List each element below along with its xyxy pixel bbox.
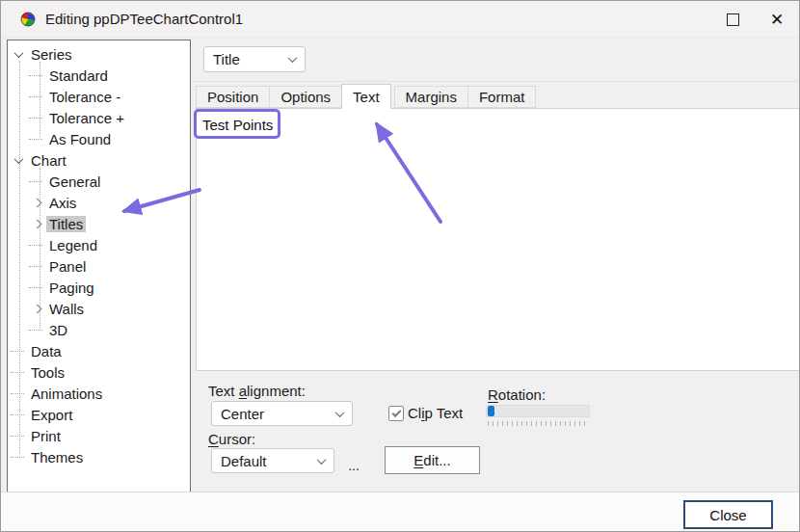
title-selector-value: Title	[213, 51, 240, 67]
tree-item-label: Walls	[49, 301, 84, 317]
tree-item-tolerance-plus[interactable]: Tolerance +	[8, 107, 190, 128]
tree-item-titles[interactable]: Titles	[8, 213, 190, 234]
tree-item-animations[interactable]: Animations	[8, 383, 190, 404]
text-tab-controls: Text alignment: Center Clip Text Rotatio…	[194, 371, 800, 491]
tree-item-label: General	[49, 173, 100, 190]
chevron-down-icon[interactable]	[11, 157, 27, 164]
chevron-down-icon	[288, 53, 298, 63]
tab-position[interactable]: Position	[196, 86, 270, 108]
tree-item-label: Animations	[31, 386, 102, 402]
tab-margins[interactable]: Margins	[394, 86, 468, 108]
tree-item-label: Tools	[31, 364, 65, 381]
cursor-more-button[interactable]: ...	[344, 448, 363, 473]
titlebar: Editing ppDPTeeChartControl1 ✕	[1, 1, 799, 38]
tab-text[interactable]: Text	[341, 84, 391, 109]
footer-bar: Close	[1, 492, 799, 532]
tree-item-standard[interactable]: Standard	[8, 65, 190, 86]
rotation-slider-thumb[interactable]	[488, 406, 494, 416]
title-text-value: Test Points	[202, 117, 273, 133]
chevron-down-icon	[317, 455, 327, 465]
tree-item-label: Legend	[49, 237, 97, 253]
tree-item-label: Titles	[46, 216, 86, 232]
tree-item-axis[interactable]: Axis	[8, 192, 190, 213]
maximize-button[interactable]	[710, 1, 755, 38]
chevron-right-icon[interactable]	[29, 221, 45, 227]
tree-item-tools[interactable]: Tools	[8, 361, 190, 383]
chevron-down-icon[interactable]	[11, 51, 27, 58]
tree-item-label: 3D	[49, 322, 67, 338]
tree-item-themes[interactable]: Themes	[8, 446, 190, 467]
tree-item-series[interactable]: Series	[8, 43, 190, 65]
tree-item-label: Tolerance +	[49, 110, 124, 126]
tree-item-tolerance-minus[interactable]: Tolerance -	[8, 86, 190, 107]
tab-format[interactable]: Format	[467, 86, 537, 108]
clip-text-label: Clip Text	[408, 405, 463, 421]
close-icon: ✕	[770, 12, 784, 28]
cursor-value: Default	[221, 453, 267, 469]
title-selector-row: Title	[194, 39, 800, 82]
tree-item-chart[interactable]: Chart	[8, 149, 190, 171]
text-alignment-label: Text alignment:	[208, 383, 306, 399]
close-button[interactable]: Close	[683, 500, 773, 529]
tree-item-label: Paging	[49, 279, 94, 296]
tree-item-label: Axis	[49, 195, 76, 211]
tree-item-data[interactable]: Data	[8, 340, 190, 361]
tree-item-label: Chart	[31, 152, 67, 169]
tree-item-label: Print	[31, 428, 61, 444]
tree-item-label: Series	[31, 46, 72, 63]
tree-item-panel[interactable]: Panel	[8, 255, 190, 277]
maximize-icon	[727, 13, 739, 26]
tree-item-label: Export	[31, 407, 72, 423]
tree-item-label: Standard	[49, 67, 108, 84]
tree-item-label: Data	[31, 343, 62, 359]
chart-editor-tree: Series Standard Tolerance - Tolerance + …	[7, 40, 191, 492]
chevron-right-icon[interactable]	[29, 306, 45, 312]
tree-item-as-found[interactable]: As Found	[8, 128, 190, 149]
tree-item-walls[interactable]: Walls	[8, 298, 190, 319]
checkmark-icon	[391, 408, 401, 417]
tree-item-3d[interactable]: 3D	[8, 319, 190, 340]
edit-button[interactable]: Edit...	[385, 446, 480, 474]
tree-item-label: Themes	[31, 449, 83, 466]
text-alignment-value: Center	[221, 406, 264, 422]
rotation-label: Rotation:	[488, 386, 546, 403]
cursor-label: Cursor:	[208, 431, 255, 447]
tree-item-label: Tolerance -	[49, 89, 120, 105]
window-title: Editing ppDPTeeChartControl1	[45, 11, 243, 27]
tree-item-paging[interactable]: Paging	[8, 277, 190, 298]
chevron-right-icon[interactable]	[29, 200, 45, 206]
chevron-down-icon	[335, 408, 345, 417]
cursor-select[interactable]: Default	[211, 448, 334, 473]
tab-bar: Position Options Text Margins Format	[196, 84, 800, 108]
clip-text-checkbox[interactable]	[388, 406, 404, 421]
tree-item-general[interactable]: General	[8, 171, 190, 192]
tree-item-legend[interactable]: Legend	[8, 234, 190, 255]
tree-item-label: As Found	[49, 131, 111, 147]
text-alignment-select[interactable]: Center	[211, 401, 353, 426]
tree-item-label: Panel	[49, 258, 86, 275]
title-text-area[interactable]: Test Points	[196, 108, 800, 371]
rotation-slider[interactable]	[486, 405, 590, 417]
rotation-slider-ticks	[488, 421, 589, 426]
tab-options[interactable]: Options	[269, 86, 342, 108]
tree-item-print[interactable]: Print	[8, 425, 190, 446]
tree-item-export[interactable]: Export	[8, 404, 190, 425]
window-close-button[interactable]: ✕	[755, 1, 799, 38]
pie-chart-icon	[20, 12, 36, 27]
title-selector[interactable]: Title	[203, 46, 306, 72]
